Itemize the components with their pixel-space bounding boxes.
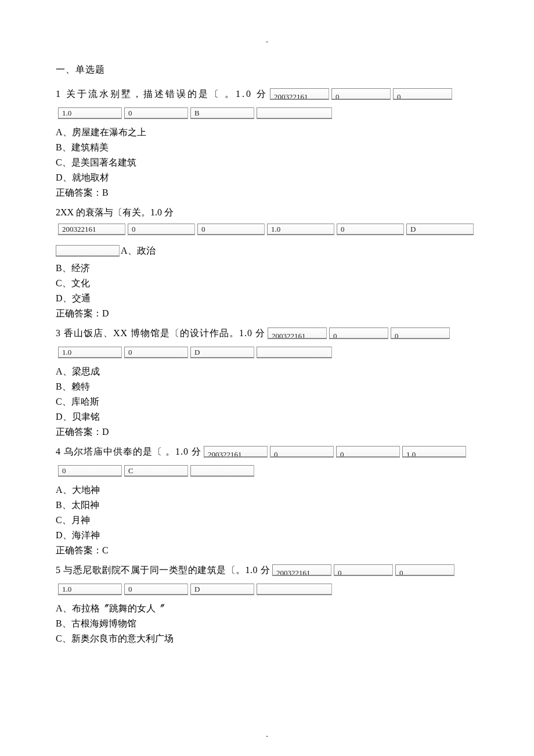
answer-label: 正确答案：	[56, 188, 102, 197]
data-cell: 1.0	[267, 224, 334, 235]
answer-value: D	[102, 427, 109, 437]
data-cell: 0	[124, 107, 188, 119]
option: B、建筑精美	[56, 140, 478, 155]
data-cell: 200322161	[204, 446, 268, 458]
data-cell: 200322161	[270, 88, 329, 100]
page-dot-top: ．	[263, 35, 271, 45]
option: B、太阳神	[56, 498, 478, 513]
question-4: 4 乌尔塔庙中供奉的是〔 。1.0 分 200322161 0 0 1.0 0 …	[56, 444, 478, 558]
data-cell: 1.0	[58, 347, 122, 358]
q1-text: 1 关于流水别墅，描述错误的是〔 。1.0 分	[56, 87, 268, 102]
data-cell: 1.0	[58, 107, 122, 119]
q5-options: A、布拉格〞跳舞的女人〞 B、古根海姆博物馆 C、新奥尔良市的意大利广场	[56, 601, 478, 646]
answer-value: C	[102, 545, 109, 555]
data-cell: 0	[395, 564, 454, 576]
answer-label: 正确答案：	[56, 308, 102, 318]
question-2: 2XX 的衰落与〔有关。1.0 分 200322161 0 0 1.0 0 D …	[56, 205, 478, 321]
data-cell	[257, 107, 332, 119]
data-cell: 1.0	[58, 584, 122, 595]
q2-options: B、经济 C、文化 D、交通 正确答案：D	[56, 261, 478, 321]
section-heading: 一、单选题	[56, 64, 478, 76]
question-1: 1 关于流水别墅，描述错误的是〔 。1.0 分 200322161 0 0 1.…	[56, 87, 478, 200]
option: B、经济	[56, 261, 478, 276]
option: C、新奥尔良市的意大利广场	[56, 631, 478, 646]
q4-cell-row: 0 C	[58, 465, 478, 477]
data-cell: 200322161	[58, 224, 125, 235]
option: C、月神	[56, 513, 478, 528]
option: A、大地神	[56, 483, 478, 498]
q5-text: 5 与悉尼歌剧院不属于同一类型的建筑是〔。1.0 分	[56, 563, 270, 578]
data-cell: 0	[331, 88, 391, 100]
q1-inline-cells: 200322161 0 0	[268, 88, 452, 100]
option: A、布拉格〞跳舞的女人〞	[56, 601, 478, 616]
data-cell	[56, 245, 120, 257]
option: C、库哈斯	[56, 394, 478, 409]
data-cell: 0	[270, 446, 334, 458]
data-cell	[257, 584, 332, 595]
option: D、交通	[56, 291, 478, 306]
data-cell: 0	[128, 224, 195, 235]
option: B、古根海姆博物馆	[56, 616, 478, 631]
data-cell: 0	[336, 446, 400, 458]
data-cell: 0	[329, 327, 388, 339]
q2-answer: 正确答案：D	[56, 306, 478, 321]
q3-cell-row: 1.0 0 D	[58, 347, 478, 358]
q4-text: 4 乌尔塔庙中供奉的是〔 。1.0 分	[56, 444, 201, 459]
q3-text: 3 香山饭店、XX 博物馆是〔的设计作品。1.0 分	[56, 326, 265, 341]
data-cell: 0	[197, 224, 265, 235]
q3-inline-cells: 200322161 0 0	[265, 327, 450, 339]
q3-options: A、梁思成 B、赖特 C、库哈斯 D、贝聿铭 正确答案：D	[56, 364, 478, 440]
data-cell	[257, 347, 332, 358]
data-cell: 1.0	[402, 446, 466, 458]
question-5: 5 与悉尼歌剧院不属于同一类型的建筑是〔。1.0 分 200322161 0 0…	[56, 563, 478, 646]
option: C、文化	[56, 276, 478, 291]
option: A、梁思成	[56, 364, 478, 379]
data-cell: D	[190, 347, 254, 358]
option: A、房屋建在瀑布之上	[56, 125, 478, 140]
option: B、赖特	[56, 379, 478, 394]
q2-cell-row-a: 200322161 0 0 1.0 0 D	[58, 224, 478, 235]
answer-value: D	[102, 308, 109, 318]
data-cell: 0	[124, 347, 188, 358]
q1-options: A、房屋建在瀑布之上 B、建筑精美 C、是美国著名建筑 D、就地取材 正确答案：…	[56, 125, 478, 200]
data-cell	[190, 465, 254, 477]
option: D、就地取材	[56, 170, 478, 185]
q5-cell-row: 1.0 0 D	[58, 584, 478, 595]
q4-inline-cells: 200322161 0 0 1.0	[201, 446, 466, 458]
q4-options: A、大地神 B、太阳神 C、月神 D、海洋神 正确答案：C	[56, 483, 478, 558]
q3-answer: 正确答案：D	[56, 424, 478, 440]
question-3: 3 香山饭店、XX 博物馆是〔的设计作品。1.0 分 200322161 0 0…	[56, 326, 478, 440]
data-cell: 0	[334, 564, 393, 576]
data-cell: 200322161	[268, 327, 327, 339]
answer-label: 正确答案：	[56, 427, 102, 437]
option: D、贝聿铭	[56, 409, 478, 424]
q2-text: 2XX 的衰落与〔有关。1.0 分	[56, 205, 174, 220]
option: D、海洋神	[56, 528, 478, 543]
option: C、是美国著名建筑	[56, 155, 478, 170]
q1-answer: 正确答案：B	[56, 185, 478, 200]
data-cell: B	[190, 107, 254, 119]
answer-value: B	[102, 188, 109, 197]
option: A、政治	[121, 243, 156, 258]
data-cell: D	[190, 584, 254, 595]
data-cell: 0	[124, 584, 188, 595]
data-cell: C	[124, 465, 188, 477]
data-cell: 0	[58, 465, 122, 477]
q5-inline-cells: 200322161 0 0	[270, 564, 454, 576]
data-cell: 0	[393, 88, 452, 100]
data-cell: 0	[391, 327, 450, 339]
q1-cell-row: 1.0 0 B	[58, 107, 478, 119]
data-cell: 0	[337, 224, 404, 235]
data-cell: D	[406, 224, 474, 235]
data-cell: 200322161	[272, 564, 331, 576]
q4-answer: 正确答案：C	[56, 543, 478, 558]
answer-label: 正确答案：	[56, 545, 102, 555]
page-content: 一、单选题 1 关于流水别墅，描述错误的是〔 。1.0 分 200322161 …	[0, 0, 534, 674]
